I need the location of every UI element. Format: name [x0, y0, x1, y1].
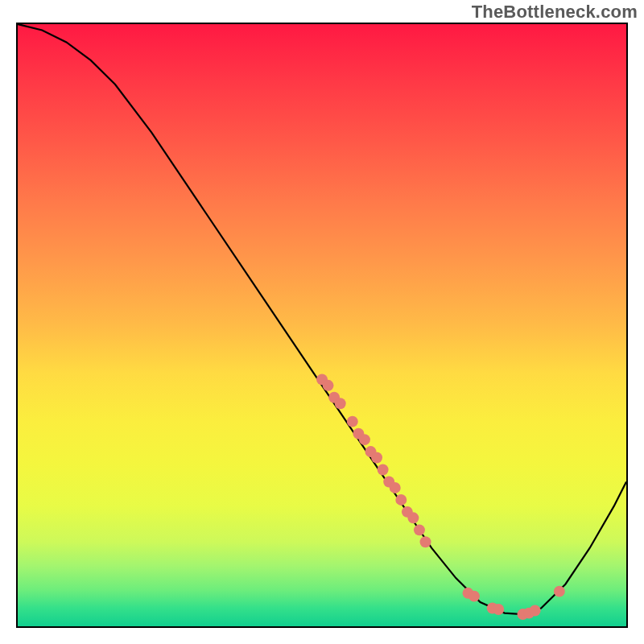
marker-group	[316, 374, 565, 620]
plot-area	[16, 23, 628, 628]
data-marker	[530, 605, 541, 617]
data-marker	[347, 416, 358, 427]
data-marker	[323, 380, 334, 391]
data-marker	[335, 398, 346, 409]
data-marker	[359, 434, 370, 445]
data-marker	[395, 494, 407, 506]
chart-frame: TheBottleneck.com	[0, 0, 644, 644]
curve-overlay	[18, 24, 626, 626]
data-marker	[414, 524, 425, 535]
data-marker	[493, 604, 504, 615]
data-marker	[469, 591, 480, 602]
bottleneck-curve	[18, 24, 626, 614]
data-marker	[554, 586, 565, 597]
data-marker	[390, 482, 401, 493]
data-marker	[420, 536, 431, 547]
data-marker	[407, 512, 419, 523]
data-marker	[371, 452, 382, 464]
data-marker	[378, 464, 389, 476]
watermark-text: TheBottleneck.com	[472, 2, 638, 23]
